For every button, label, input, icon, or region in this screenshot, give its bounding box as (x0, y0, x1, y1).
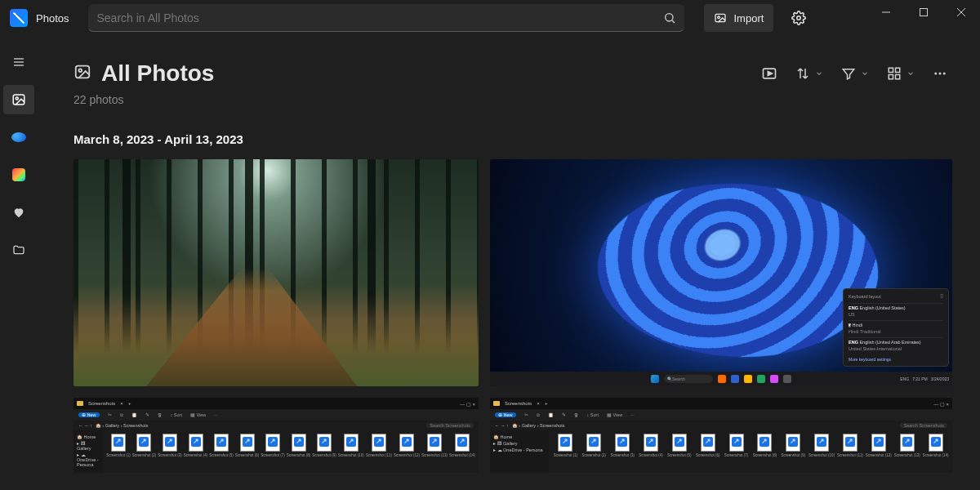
date-range: March 8, 2023 - April 13, 2023 (74, 132, 947, 146)
keyboard-layout-flyout: Keyboard layout⠿ ENG English (United Sta… (843, 288, 949, 367)
grid-icon (887, 66, 902, 81)
svg-marker-17 (768, 72, 772, 76)
sidebar-item-folders[interactable] (3, 235, 34, 265)
file-item: Screenshot (13) (421, 434, 448, 473)
play-rect-icon (761, 65, 777, 82)
search-input[interactable] (96, 11, 663, 24)
pin-icon: ⠿ (940, 294, 943, 301)
photo-tile[interactable]: Screenshots×+— ▢ × ⊕ New✂⧉📋✎🗑↕ Sort▦ Vie… (490, 398, 952, 473)
photo-tile[interactable] (74, 159, 479, 386)
file-item: Screenshot (8) (751, 434, 778, 473)
ellipsis-icon (933, 66, 947, 81)
svg-rect-18 (889, 68, 893, 72)
gallery-icon (11, 92, 26, 107)
svg-rect-21 (896, 75, 900, 79)
photo-count: 22 photos (74, 93, 947, 106)
import-icon (714, 11, 727, 24)
page-title: All Photos (101, 60, 214, 87)
photo-grid: Keyboard layout⠿ ENG English (United Sta… (74, 159, 947, 473)
svg-point-4 (797, 16, 801, 20)
settings-button[interactable] (785, 4, 813, 32)
svg-point-3 (718, 16, 720, 19)
gallery-icon (74, 63, 91, 84)
file-item: Screenshot (6) (694, 434, 721, 473)
svg-point-22 (934, 73, 937, 75)
file-item: Screenshot (2) (132, 434, 157, 473)
sidebar (0, 36, 38, 490)
chevron-down-icon (861, 69, 869, 78)
heart-icon (12, 206, 25, 219)
svg-point-13 (16, 97, 18, 100)
photo-tile[interactable]: Screenshots×+— ▢ × ⊕ New✂⧉📋✎🗑↕ Sort▦ Vie… (74, 398, 479, 473)
file-item: Screenshot (14) (449, 434, 475, 473)
explorer-files-right: Screenshot (1)Screenshot (2)Screenshot (… (549, 430, 952, 473)
file-item: Screenshot (7) (261, 434, 285, 473)
file-item: Screenshot (3) (609, 434, 636, 473)
svg-point-24 (943, 73, 946, 75)
chevron-down-icon (815, 69, 823, 78)
layout-button[interactable] (887, 66, 915, 81)
window-controls (867, 0, 980, 24)
file-item: Screenshot (13) (893, 434, 920, 473)
taskbar-search: 🔍 Search (664, 375, 713, 383)
sidebar-item-favorites[interactable] (3, 198, 34, 227)
file-item: Screenshot (4) (638, 434, 665, 473)
filter-button[interactable] (841, 66, 869, 81)
import-button[interactable]: Import (704, 4, 773, 32)
photo-tile[interactable]: Keyboard layout⠿ ENG English (United Sta… (490, 159, 952, 386)
file-item: Screenshot (5) (666, 434, 693, 473)
onedrive-icon (11, 132, 26, 142)
sidebar-item-icloud[interactable] (3, 160, 34, 189)
sidebar-item-all-photos[interactable] (3, 85, 34, 114)
svg-rect-20 (889, 75, 893, 79)
file-item: Screenshot (2) (581, 434, 608, 473)
file-item: Screenshot (1) (552, 434, 579, 473)
file-item: Screenshot (9) (780, 434, 807, 473)
app-icon (10, 9, 28, 27)
file-item: Screenshot (1) (106, 434, 131, 473)
window-minimize-button[interactable] (867, 0, 905, 24)
toolbar (761, 65, 947, 82)
gear-icon (791, 11, 806, 25)
file-item: Screenshot (4) (184, 434, 208, 473)
file-item: Screenshot (12) (394, 434, 420, 473)
funnel-icon (841, 66, 856, 81)
file-item: Screenshot (10) (338, 434, 364, 473)
file-item: Screenshot (11) (837, 434, 864, 473)
taskbar: 🔍 Search ENG7:21 PM3/24/2023 (490, 372, 952, 386)
more-button[interactable] (933, 66, 947, 81)
hamburger-icon (12, 56, 25, 69)
file-item: Screenshot (9) (312, 434, 336, 473)
window-close-button[interactable] (942, 0, 980, 24)
import-label: Import (733, 12, 764, 24)
search-icon[interactable] (663, 11, 676, 24)
svg-line-1 (672, 20, 675, 23)
folder-icon (12, 243, 25, 256)
search-field[interactable] (88, 4, 684, 32)
sidebar-item-onedrive[interactable] (3, 122, 34, 152)
svg-point-0 (666, 13, 673, 20)
explorer-files-left: Screenshot (1)Screenshot (2)Screenshot (… (103, 430, 479, 473)
title-bar: Photos Import (0, 0, 980, 36)
file-item: Screenshot (11) (366, 434, 392, 473)
file-item: Screenshot (6) (235, 434, 260, 473)
window-maximize-button[interactable] (905, 0, 942, 24)
explorer-sidebar: 🏠 Home ▸ 🖼 Gallery ▸ ☁ OneDrive - Person… (490, 430, 549, 473)
slideshow-button[interactable] (761, 65, 777, 82)
file-item: Screenshot (7) (723, 434, 750, 473)
svg-point-23 (939, 73, 942, 75)
svg-rect-6 (920, 9, 928, 16)
file-item: Screenshot (3) (158, 434, 182, 473)
sidebar-item-menu[interactable] (3, 47, 34, 77)
file-item: Screenshot (8) (287, 434, 311, 473)
main-content: All Photos 22 photos March 8, 2023 - Ap (38, 36, 980, 490)
sort-icon (795, 66, 810, 81)
kb-header: Keyboard layout (849, 294, 881, 301)
file-item: Screenshot (14) (922, 434, 949, 473)
app-name: Photos (36, 12, 69, 24)
svg-rect-19 (896, 68, 900, 72)
icloud-icon (12, 168, 25, 181)
svg-point-15 (78, 69, 82, 72)
sort-button[interactable] (795, 66, 823, 81)
kb-footer: More keyboard settings (849, 357, 943, 363)
